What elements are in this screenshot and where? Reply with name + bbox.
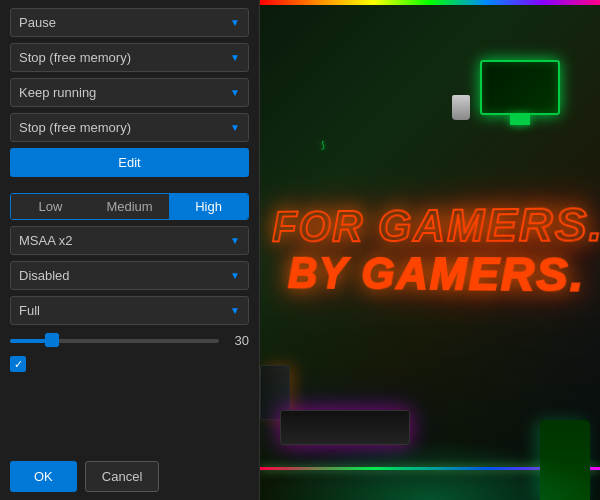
dropdown-msaa-arrow: ▼ [230,235,240,246]
ok-button[interactable]: OK [10,461,77,492]
neon-line2: BY GAMERS. [272,250,600,301]
dropdown-full[interactable]: Full ▼ [10,296,249,325]
quality-low-button[interactable]: Low [11,194,90,219]
quality-medium-button[interactable]: Medium [90,194,169,219]
dropdown-pause-value: Pause [19,15,56,30]
checkbox[interactable]: ✓ [10,356,26,372]
dropdown-stop2-value: Stop (free memory) [19,120,131,135]
dropdown-pause-arrow: ▼ [230,17,240,28]
dropdown-msaa[interactable]: MSAA x2 ▼ [10,226,249,255]
dropdown-msaa-value: MSAA x2 [19,233,72,248]
slider-thumb[interactable] [45,333,59,347]
dropdown-disabled[interactable]: Disabled ▼ [10,261,249,290]
floor-glow [260,440,600,500]
dropdown-disabled-arrow: ▼ [230,270,240,281]
monitor [480,60,560,115]
neon-sign: FOR GAMERS. BY GAMERS. [272,199,600,301]
dropdown-full-arrow: ▼ [230,305,240,316]
quality-high-button[interactable]: High [169,194,248,219]
dropdown-keep-running[interactable]: Keep running ▼ [10,78,249,107]
slider-track[interactable] [10,339,219,343]
slider-value: 30 [227,333,249,348]
dropdown-full-value: Full [19,303,40,318]
gaming-background-panel: FOR GAMERS. BY GAMERS. ⟆ [260,0,600,500]
edit-button[interactable]: Edit [10,148,249,177]
dropdown-pause[interactable]: Pause ▼ [10,8,249,37]
dropdown-disabled-value: Disabled [19,268,70,283]
razer-logo: ⟆ [320,140,325,150]
cancel-button[interactable]: Cancel [85,461,159,492]
cup [452,95,470,120]
dropdown-keep-running-value: Keep running [19,85,96,100]
dropdown-keep-running-arrow: ▼ [230,87,240,98]
dropdown-stop2[interactable]: Stop (free memory) ▼ [10,113,249,142]
bottom-buttons: OK Cancel [10,453,249,492]
dropdown-stop2-arrow: ▼ [230,122,240,133]
checkbox-row: ✓ [10,356,249,372]
quality-toggle: Low Medium High [10,193,249,220]
settings-panel: Pause ▼ Stop (free memory) ▼ Keep runnin… [0,0,260,500]
slider-row: 30 [10,331,249,350]
neon-line1: FOR GAMERS. [272,199,600,250]
dropdown-stop1[interactable]: Stop (free memory) ▼ [10,43,249,72]
dropdown-stop1-value: Stop (free memory) [19,50,131,65]
dropdown-stop1-arrow: ▼ [230,52,240,63]
